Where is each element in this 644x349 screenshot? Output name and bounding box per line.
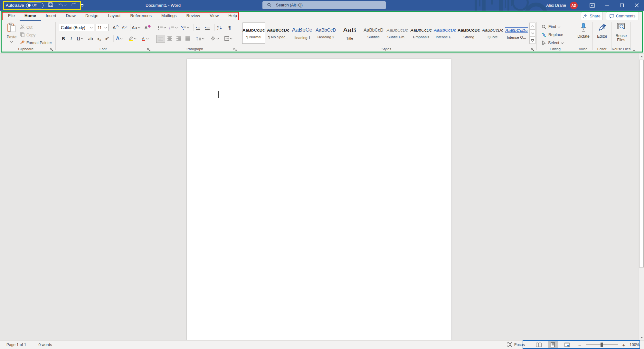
show-formatting-button[interactable]: ¶ — [225, 24, 234, 31]
read-mode-icon[interactable] — [534, 341, 544, 349]
multilevel-list-button[interactable] — [180, 24, 190, 31]
bullets-button[interactable] — [156, 24, 167, 31]
style-subtle-emphasis[interactable]: AaBbCcDc Subtle Em... — [386, 23, 409, 44]
strikethrough-button[interactable]: ab — [86, 35, 95, 42]
restore-button[interactable] — [614, 0, 629, 11]
align-center-button[interactable] — [166, 35, 174, 42]
decrease-indent-button[interactable] — [193, 24, 203, 31]
style-quote[interactable]: AaBbCcDc Quote — [481, 23, 504, 44]
web-layout-icon[interactable] — [562, 341, 572, 349]
scroll-up-icon[interactable] — [639, 53, 644, 59]
dictate-button[interactable]: Dictate — [575, 23, 592, 39]
collapse-ribbon-icon[interactable] — [633, 48, 638, 52]
tab-layout[interactable]: Layout — [103, 11, 125, 21]
numbering-button[interactable]: 123 — [168, 24, 178, 31]
tab-references[interactable]: References — [125, 11, 156, 21]
styles-more-icon[interactable] — [529, 37, 535, 44]
style-emphasis[interactable]: AaBbCcDc Emphasis — [410, 23, 433, 44]
change-case-button[interactable]: Aa — [130, 24, 141, 31]
font-family-combo[interactable]: Calibri (Body) — [59, 24, 94, 31]
styles-scroll-down-icon[interactable] — [529, 30, 535, 37]
share-button[interactable]: Share — [581, 12, 603, 20]
italic-button[interactable]: I — [68, 35, 75, 42]
text-effects-button[interactable]: A — [113, 35, 125, 42]
vertical-scrollbar[interactable] — [639, 53, 644, 340]
close-button[interactable] — [629, 0, 644, 11]
tab-help[interactable]: Help — [223, 11, 242, 21]
tab-review[interactable]: Review — [182, 11, 205, 21]
paste-button[interactable]: Paste — [5, 23, 19, 42]
document-area[interactable] — [0, 53, 644, 340]
sort-button[interactable]: A Z — [214, 24, 224, 31]
justify-button[interactable] — [184, 35, 192, 42]
paragraph-dialog-launcher[interactable] — [233, 47, 238, 52]
avatar[interactable]: AD — [570, 2, 578, 9]
customize-qat-icon[interactable] — [81, 4, 83, 6]
autosave-toggle[interactable]: AutoSave Off — [6, 3, 43, 8]
format-painter-button[interactable]: Format Painter — [20, 40, 52, 46]
style-subtitle[interactable]: AaBbCcD Subtitle — [362, 23, 385, 44]
tab-home[interactable]: Home — [20, 11, 41, 21]
font-size-combo[interactable]: 11 — [96, 24, 109, 31]
grow-font-button[interactable]: A — [111, 24, 119, 31]
style-strong[interactable]: AaBbCcDc Strong — [457, 23, 480, 44]
cut-button[interactable]: Cut — [20, 24, 33, 30]
scrollbar-thumb[interactable] — [639, 60, 644, 267]
styles-dialog-launcher[interactable] — [531, 47, 535, 52]
autosave-switch[interactable]: Off — [26, 3, 43, 8]
style-intense-emphasis[interactable]: AaBbCcDc Intense E... — [433, 23, 457, 44]
line-spacing-button[interactable] — [194, 35, 206, 42]
minimize-button[interactable] — [600, 0, 614, 11]
print-layout-icon[interactable] — [548, 341, 558, 349]
user-name[interactable]: Alex Drane — [546, 3, 566, 8]
style-normal[interactable]: AaBbCcDc ¶ Normal — [242, 23, 265, 44]
undo-icon[interactable] — [58, 3, 66, 8]
tab-file[interactable]: File — [3, 11, 20, 21]
copy-button[interactable]: Copy — [20, 32, 35, 38]
increase-indent-button[interactable] — [203, 24, 212, 31]
document-page[interactable] — [187, 59, 451, 340]
replace-button[interactable]: b Replace — [542, 31, 563, 38]
zoom-level[interactable]: 100% — [630, 343, 639, 347]
styles-scroll-up-icon[interactable] — [529, 23, 535, 30]
tab-draw[interactable]: Draw — [61, 11, 80, 21]
tab-insert[interactable]: Insert — [41, 11, 61, 21]
superscript-button[interactable]: x² — [103, 35, 111, 42]
zoom-out-button[interactable]: − — [577, 342, 582, 348]
comments-button[interactable]: Comments — [606, 12, 639, 20]
search-bar[interactable]: Search (Alt+Q) — [262, 1, 386, 9]
focus-button[interactable]: Focus — [504, 341, 528, 349]
font-color-button[interactable]: A — [139, 35, 150, 42]
clipboard-dialog-launcher[interactable] — [50, 47, 54, 52]
find-button[interactable]: Find — [542, 23, 560, 30]
shrink-font-button[interactable]: A — [120, 24, 128, 31]
bold-button[interactable]: B — [60, 35, 67, 42]
subscript-button[interactable]: x₂ — [95, 35, 103, 42]
highlight-button[interactable] — [126, 35, 138, 42]
reuse-files-button[interactable]: Reuse Files — [612, 23, 630, 42]
underline-button[interactable]: U — [75, 35, 85, 42]
tab-mailings[interactable]: Mailings — [156, 11, 182, 21]
align-left-button[interactable] — [156, 35, 165, 43]
zoom-slider[interactable] — [586, 344, 618, 345]
font-dialog-launcher[interactable] — [147, 47, 151, 52]
style-no-spacing[interactable]: AaBbCcDc ¶ No Spac... — [267, 23, 290, 44]
select-button[interactable]: Select — [542, 39, 563, 46]
editor-button[interactable]: Editor — [594, 23, 610, 39]
page-count[interactable]: Page 1 of 1 — [6, 343, 26, 347]
redo-icon[interactable] — [71, 2, 76, 9]
save-icon[interactable] — [48, 2, 53, 9]
style-heading-1[interactable]: AaBbCc Heading 1 — [290, 23, 314, 44]
tab-view[interactable]: View — [205, 11, 223, 21]
style-heading-2[interactable]: AaBbCcD Heading 2 — [314, 23, 337, 44]
shading-button[interactable] — [208, 35, 221, 42]
tab-design[interactable]: Design — [80, 11, 103, 21]
word-count[interactable]: 0 words — [38, 343, 52, 347]
ribbon-display-options-icon[interactable] — [585, 0, 600, 11]
align-right-button[interactable] — [175, 35, 183, 42]
style-intense-quote[interactable]: AaBbCcDc Intense Q... — [505, 23, 528, 44]
borders-button[interactable] — [222, 35, 234, 42]
zoom-in-button[interactable]: + — [621, 342, 627, 348]
zoom-slider-thumb[interactable] — [601, 343, 603, 347]
style-title[interactable]: AaB Title — [338, 23, 361, 44]
